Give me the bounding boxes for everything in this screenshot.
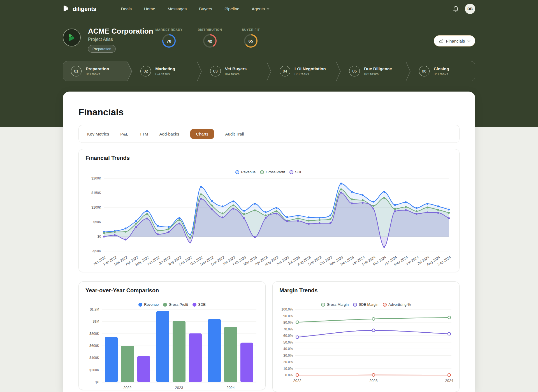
stage-badge: Preparation xyxy=(88,45,116,53)
step-preparation[interactable]: 01 Preparation0/3 tasks xyxy=(63,61,127,81)
legend-sde[interactable]: SDE xyxy=(289,170,303,174)
nav-item-deals[interactable]: Deals xyxy=(121,6,132,11)
user-avatar[interactable]: DB xyxy=(465,4,475,14)
financial-trends-title: Financial Trends xyxy=(85,155,130,161)
margin-trends-chart: 100.0%90.0%80.0%70.0%60.0%50.0%40.0%30.0… xyxy=(279,305,453,392)
svg-text:$0: $0 xyxy=(96,380,99,384)
svg-text:50.0%: 50.0% xyxy=(283,340,293,344)
financials-panel: Financials Key Metrics P&L TTM Add-backs… xyxy=(63,92,475,392)
financial-trends-chart: $200K$150K$100K$50K$0-$50KJan 2022Feb 20… xyxy=(86,174,453,272)
distribution-ring: 42 xyxy=(203,34,217,48)
score-rings: MARKET READY 78 DISTRIBUTION 42 BUYER FI… xyxy=(143,28,265,55)
diligents-logo-icon xyxy=(63,5,70,13)
svg-text:30.0%: 30.0% xyxy=(283,354,293,358)
yoy-comparison-chart: $1.2M$1M$800K$600K$400K$200K$02022202320… xyxy=(85,305,259,392)
svg-text:$400K: $400K xyxy=(89,356,99,360)
brand-name: diligents xyxy=(73,6,96,12)
score-distribution: DISTRIBUTION 42 xyxy=(196,28,224,55)
step-vet-buyers[interactable]: 03 Vet Buyers0/4 tasks xyxy=(202,61,266,81)
nav-item-buyers[interactable]: Buyers xyxy=(199,6,212,11)
financial-trends-card: Financial Trends Revenue Gross Profit SD… xyxy=(78,149,460,272)
chevron-down-icon xyxy=(266,8,270,10)
svg-text:90.0%: 90.0% xyxy=(283,314,293,318)
score-market-ready: MARKET READY 78 xyxy=(155,28,183,55)
tab-charts[interactable]: Charts xyxy=(190,129,214,139)
legend-gross-profit[interactable]: Gross Profit xyxy=(260,170,285,174)
step-separator xyxy=(266,61,272,81)
svg-text:$200K: $200K xyxy=(91,176,101,180)
svg-text:2022: 2022 xyxy=(293,379,302,383)
nav-item-agents[interactable]: Agents xyxy=(252,6,270,11)
svg-text:-$50K: -$50K xyxy=(92,249,101,253)
nav-item-messages[interactable]: Messages xyxy=(168,6,187,11)
svg-text:80.0%: 80.0% xyxy=(283,321,293,325)
svg-text:2024: 2024 xyxy=(445,379,453,383)
brand-logo[interactable]: diligents xyxy=(63,5,96,13)
svg-text:40.0%: 40.0% xyxy=(283,347,293,351)
page-title: Financials xyxy=(78,107,124,118)
svg-text:2023: 2023 xyxy=(370,379,378,383)
company-header: ACME Corporation Project Atlas Preparati… xyxy=(63,27,475,58)
yoy-title: Year-over-Year Comparison xyxy=(85,287,159,294)
svg-text:0.0%: 0.0% xyxy=(285,373,293,377)
company-logo-icon xyxy=(67,33,76,42)
svg-text:$150K: $150K xyxy=(91,191,101,195)
deal-pipeline-stepper: 01 Preparation0/3 tasks 02 Marketing0/4 … xyxy=(63,61,475,81)
svg-text:2022: 2022 xyxy=(124,386,132,390)
yoy-comparison-card: Year-over-Year Comparison Revenue Gross … xyxy=(78,281,266,390)
market-ready-ring: 78 xyxy=(162,34,176,48)
step-marketing[interactable]: 02 Marketing0/4 tasks xyxy=(133,61,196,81)
svg-text:$100K: $100K xyxy=(91,206,101,209)
svg-text:$50K: $50K xyxy=(93,220,101,224)
nav-links: Deals Home Messages Buyers Pipeline Agen… xyxy=(121,6,270,11)
svg-text:20.0%: 20.0% xyxy=(283,360,293,364)
step-due-diligence[interactable]: 05 Due Diligence0/2 tasks xyxy=(341,61,405,81)
financials-tabs: Key Metrics P&L TTM Add-backs Charts Aud… xyxy=(78,125,460,143)
svg-text:70.0%: 70.0% xyxy=(283,327,293,331)
svg-text:2024: 2024 xyxy=(227,386,235,390)
svg-text:$200K: $200K xyxy=(89,368,99,372)
svg-text:$1.2M: $1.2M xyxy=(90,307,99,311)
chart-line-icon xyxy=(439,39,443,43)
company-logo xyxy=(63,29,81,46)
step-separator xyxy=(336,61,341,81)
step-separator xyxy=(197,61,202,81)
tab-key-metrics[interactable]: Key Metrics xyxy=(87,132,109,136)
financials-view-selector[interactable]: Financials xyxy=(434,35,475,46)
svg-text:$0: $0 xyxy=(98,235,101,239)
nav-item-pipeline[interactable]: Pipeline xyxy=(224,6,239,11)
top-navbar: diligents Deals Home Messages Buyers Pip… xyxy=(0,0,538,18)
margin-trends-title: Margin Trends xyxy=(279,287,318,294)
svg-text:$1M: $1M xyxy=(93,319,99,323)
financial-trends-legend: Revenue Gross Profit SDE xyxy=(79,170,459,174)
step-separator xyxy=(405,61,411,81)
margin-trends-card: Margin Trends Gross Margin SDE Margin Ad… xyxy=(272,281,460,392)
legend-revenue[interactable]: Revenue xyxy=(235,170,256,174)
nav-item-home[interactable]: Home xyxy=(144,6,155,11)
bell-icon[interactable] xyxy=(453,6,459,12)
svg-text:$800K: $800K xyxy=(89,332,99,336)
chevron-down-icon xyxy=(467,40,470,42)
tab-pnl[interactable]: P&L xyxy=(120,132,128,136)
step-closing[interactable]: 06 Closing0/3 tasks xyxy=(411,61,475,81)
tab-audit-trail[interactable]: Audit Trail xyxy=(225,132,244,136)
svg-text:2023: 2023 xyxy=(175,386,183,390)
buyer-fit-ring: 65 xyxy=(244,34,258,48)
tab-add-backs[interactable]: Add-backs xyxy=(159,132,179,136)
svg-text:$600K: $600K xyxy=(89,344,99,348)
tab-ttm[interactable]: TTM xyxy=(140,132,148,136)
svg-text:60.0%: 60.0% xyxy=(283,334,293,338)
step-loi-negotiation[interactable]: 04 LOI Negotiation0/3 tasks xyxy=(272,61,336,81)
score-buyer-fit: BUYER FIT 65 xyxy=(237,28,265,55)
svg-text:100.0%: 100.0% xyxy=(281,307,293,311)
svg-text:10.0%: 10.0% xyxy=(283,367,293,371)
